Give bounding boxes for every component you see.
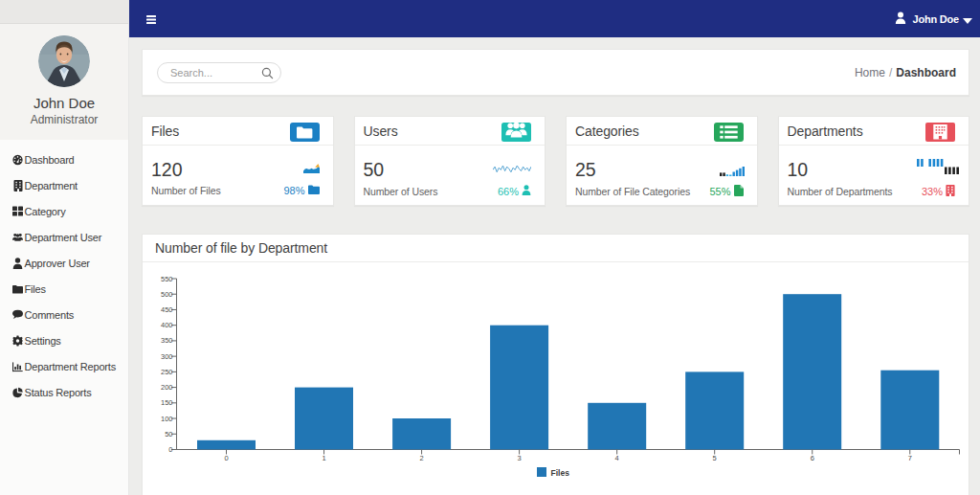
svg-text:3: 3 (518, 454, 522, 462)
svg-text:2: 2 (419, 454, 423, 462)
navbar-username: John Doe (912, 13, 959, 25)
profile-role: Administrator (0, 113, 128, 126)
building-mini-icon (946, 185, 955, 198)
stat-percent-value: 98% (283, 185, 304, 196)
svg-text:500: 500 (161, 290, 173, 299)
caret-down-icon (963, 11, 972, 28)
stat-label: Number of Files (151, 185, 221, 196)
svg-text:250: 250 (161, 368, 173, 376)
folder-icon (12, 282, 23, 295)
breadcrumb-current: Dashboard (896, 66, 956, 79)
svg-text:150: 150 (161, 398, 173, 407)
main-content: Home/Dashboard Files120Number of Files98… (129, 37, 980, 495)
sidebar-item-dashboard[interactable]: Dashboard (0, 146, 128, 172)
stat-percent-value: 33% (922, 186, 943, 197)
folder-chip-icon (290, 118, 320, 146)
stat-percent-value: 55% (709, 186, 730, 197)
stat-value: 120 (151, 161, 320, 179)
sidebar-item-approver-user[interactable]: Approver User (0, 250, 128, 276)
person-mini-icon (522, 185, 531, 197)
sidebar-item-category[interactable]: Category (0, 198, 128, 224)
stat-title: Departments (788, 124, 863, 139)
stat-card-body: 25Number of File Categories55% (567, 146, 757, 198)
bars-icon (146, 15, 156, 24)
stat-card-body: 50Number of Users66% (355, 146, 546, 197)
stat-percent: 55% (709, 185, 743, 198)
chart-card: Number of file by Department 05010015020… (142, 234, 969, 495)
avatar (38, 35, 90, 87)
svg-text:0: 0 (224, 454, 228, 462)
building-icon (12, 179, 23, 191)
stat-card-header: Users (355, 117, 546, 146)
stat-card-header: Categories (567, 117, 757, 146)
gear-icon (12, 334, 23, 347)
sidebar-item-comments[interactable]: Comments (0, 302, 128, 327)
stat-card-body: 10Number of Departments33% (779, 146, 969, 198)
user-dropdown[interactable]: John Doe (895, 11, 972, 28)
sidebar-item-label: Dashboard (25, 154, 75, 166)
svg-text:450: 450 (161, 305, 173, 314)
sidebar-item-department[interactable]: Department (0, 172, 128, 198)
svg-text:7: 7 (908, 454, 912, 462)
stat-label: Number of Departments (788, 186, 893, 197)
search-input[interactable] (158, 67, 250, 79)
stat-sparkline (303, 160, 320, 177)
sidebar-menu: DashboardDepartmentCategoryDepartment Us… (0, 146, 128, 405)
svg-text:200: 200 (161, 383, 173, 392)
breadcrumb-home[interactable]: Home (855, 66, 885, 79)
stat-card-header: Files (143, 117, 333, 146)
sidebar-item-department-reports[interactable]: Department Reports (0, 353, 128, 379)
stat-sparkline (720, 163, 745, 180)
folder-mini-icon (308, 185, 320, 196)
sidebar-item-settings[interactable]: Settings (0, 327, 128, 353)
profile-name: John Doe (0, 95, 128, 111)
stat-card-departments: Departments10Number of Departments33% (778, 116, 970, 206)
stat-title: Files (151, 124, 179, 139)
svg-text:0: 0 (168, 445, 172, 454)
stat-label: Number of File Categories (575, 186, 690, 197)
stat-percent: 98% (283, 185, 319, 196)
stat-card-users: Users50Number of Users66% (354, 116, 546, 206)
svg-text:350: 350 (161, 336, 173, 345)
building-chip-icon (925, 118, 955, 146)
svg-text:300: 300 (161, 352, 173, 361)
sidebar-item-label: Files (25, 283, 46, 295)
sidebar-item-label: Department Reports (25, 361, 116, 372)
sidebar-item-label: Approver User (25, 258, 90, 269)
bar-chart: 0501001502002503003504004505005500123456… (143, 262, 969, 495)
sidebar-item-label: Comments (25, 309, 75, 321)
sidebar-item-label: Status Reports (25, 387, 92, 398)
sidebar-header-strip (0, 0, 128, 24)
user-icon (895, 11, 906, 28)
users-icon (12, 231, 23, 243)
search-icon[interactable] (261, 67, 274, 79)
svg-text:4: 4 (615, 454, 619, 462)
stat-value: 25 (575, 161, 744, 179)
sidebar-item-files[interactable]: Files (0, 276, 128, 302)
comment-icon (12, 308, 23, 321)
search-box (157, 62, 281, 83)
sidebar-item-department-user[interactable]: Department User (0, 224, 128, 250)
svg-text:400: 400 (161, 321, 173, 329)
list-chip-icon (714, 118, 744, 146)
stat-card-files: Files120Number of Files98% (142, 116, 334, 206)
top-navbar: John Doe (129, 0, 980, 37)
sidebar-item-label: Category (25, 206, 66, 217)
sidebar-item-status-reports[interactable]: Status Reports (0, 379, 128, 405)
sidebar-item-label: Department (25, 180, 78, 191)
svg-text:100: 100 (161, 415, 173, 423)
svg-text:550: 550 (161, 275, 173, 283)
svg-text:1: 1 (322, 454, 325, 462)
search-bar-card: Home/Dashboard (142, 49, 969, 96)
stat-percent: 33% (922, 185, 955, 198)
menu-toggle-button[interactable] (146, 15, 156, 24)
sidebar-item-label: Department User (25, 232, 102, 243)
svg-text:50: 50 (165, 430, 172, 439)
svg-text:Files: Files (551, 468, 570, 478)
svg-text:6: 6 (811, 454, 814, 462)
chart-card-header: Number of file by Department (143, 235, 969, 262)
stat-sparkline (917, 159, 959, 178)
stat-cards-row: Files120Number of Files98%Users50Number … (142, 116, 969, 206)
stat-card-header: Departments (779, 117, 969, 146)
pie-chart-icon (12, 386, 23, 398)
